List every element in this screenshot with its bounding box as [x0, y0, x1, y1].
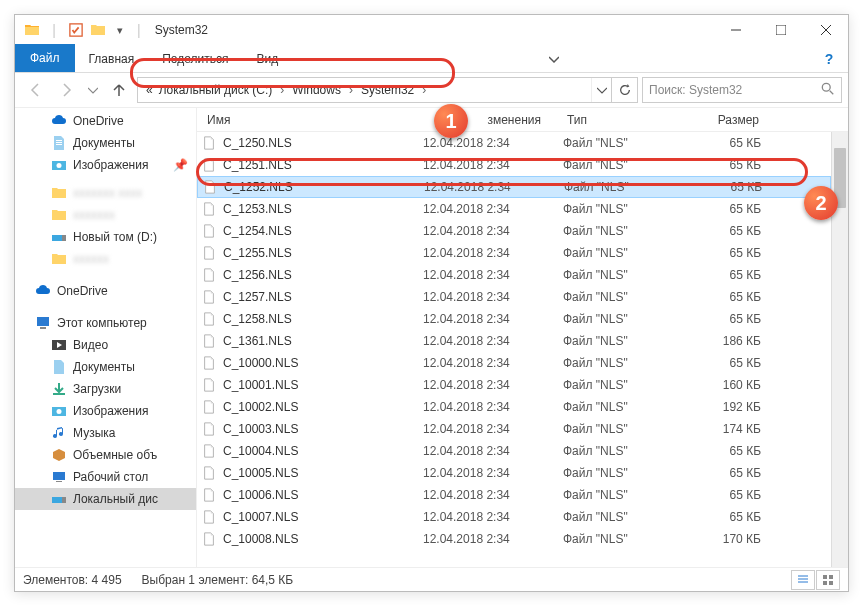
file-icon — [201, 201, 217, 217]
file-name: C_1253.NLS — [223, 202, 423, 216]
file-icon — [201, 443, 217, 459]
sidebar-video[interactable]: Видео — [15, 334, 196, 356]
file-type: Файл "NLS" — [564, 180, 684, 194]
search-input[interactable] — [649, 83, 821, 97]
file-row[interactable]: C_1258.NLS 12.04.2018 2:34 Файл "NLS" 65… — [197, 308, 831, 330]
col-date[interactable]: зменения — [421, 113, 561, 127]
file-row[interactable]: C_1250.NLS 12.04.2018 2:34 Файл "NLS" 65… — [197, 132, 831, 154]
file-row[interactable]: C_10004.NLS 12.04.2018 2:34 Файл "NLS" 6… — [197, 440, 831, 462]
file-type: Файл "NLS" — [563, 532, 683, 546]
col-type[interactable]: Тип — [561, 113, 681, 127]
chevron-right-icon[interactable]: › — [345, 83, 357, 97]
sidebar-new-volume[interactable]: Новый том (D:) — [15, 226, 196, 248]
sidebar-blur-1[interactable]: xxxxxxx xxxx — [15, 182, 196, 204]
file-row[interactable]: C_10001.NLS 12.04.2018 2:34 Файл "NLS" 1… — [197, 374, 831, 396]
file-row[interactable]: C_10003.NLS 12.04.2018 2:34 Файл "NLS" 1… — [197, 418, 831, 440]
ribbon-expand-icon[interactable] — [541, 46, 567, 72]
svg-rect-18 — [56, 481, 62, 482]
addressbar-dropdown[interactable] — [591, 78, 611, 102]
minimize-button[interactable] — [713, 16, 758, 45]
col-size[interactable]: Размер — [681, 113, 769, 127]
file-row[interactable]: C_1251.NLS 12.04.2018 2:34 Файл "NLS" 65… — [197, 154, 831, 176]
sidebar-music[interactable]: Музыка — [15, 422, 196, 444]
file-row[interactable]: C_1255.NLS 12.04.2018 2:34 Файл "NLS" 65… — [197, 242, 831, 264]
view-thumbnails-button[interactable] — [816, 570, 840, 590]
file-name: C_10003.NLS — [223, 422, 423, 436]
file-icon — [201, 223, 217, 239]
file-name: C_1256.NLS — [223, 268, 423, 282]
sidebar-local-disk[interactable]: Локальный дис — [15, 488, 196, 510]
refresh-button[interactable] — [611, 78, 637, 102]
chevron-right-icon[interactable]: › — [418, 83, 430, 97]
file-row[interactable]: C_10005.NLS 12.04.2018 2:34 Файл "NLS" 6… — [197, 462, 831, 484]
qat-dropdown-icon[interactable]: ▾ — [111, 21, 129, 39]
tab-share[interactable]: Поделиться — [148, 46, 242, 72]
file-size: 65 КБ — [683, 488, 771, 502]
file-row[interactable]: C_10000.NLS 12.04.2018 2:34 Файл "NLS" 6… — [197, 352, 831, 374]
file-row[interactable]: C_1256.NLS 12.04.2018 2:34 Файл "NLS" 65… — [197, 264, 831, 286]
view-details-button[interactable] — [791, 570, 815, 590]
sidebar-images-2[interactable]: Изображения — [15, 400, 196, 422]
file-row[interactable]: C_1252.NLS 12.04.2018 2:34 Файл "NLS" 65… — [197, 176, 831, 198]
sidebar-images-1[interactable]: Изображения📌 — [15, 154, 196, 176]
sidebar-3d-objects[interactable]: Объемные объ — [15, 444, 196, 466]
tab-home[interactable]: Главная — [75, 46, 149, 72]
sidebar-desktop[interactable]: Рабочий стол — [15, 466, 196, 488]
file-type: Файл "NLS" — [563, 422, 683, 436]
close-button[interactable] — [803, 16, 848, 45]
tab-file[interactable]: Файл — [15, 44, 75, 72]
tab-view[interactable]: Вид — [242, 46, 292, 72]
file-name: C_10007.NLS — [223, 510, 423, 524]
file-row[interactable]: C_10006.NLS 12.04.2018 2:34 Файл "NLS" 6… — [197, 484, 831, 506]
nav-forward-button[interactable] — [53, 76, 81, 104]
file-icon — [201, 267, 217, 283]
col-name[interactable]: Имя — [201, 113, 421, 127]
sidebar-blur-2[interactable]: xxxxxxx — [15, 204, 196, 226]
folder-icon — [51, 185, 67, 201]
file-icon — [201, 487, 217, 503]
file-row[interactable]: C_1257.NLS 12.04.2018 2:34 Файл "NLS" 65… — [197, 286, 831, 308]
file-row[interactable]: C_1254.NLS 12.04.2018 2:34 Файл "NLS" 65… — [197, 220, 831, 242]
file-row[interactable]: C_10002.NLS 12.04.2018 2:34 Файл "NLS" 1… — [197, 396, 831, 418]
check-icon[interactable] — [67, 21, 85, 39]
qat-sep: | — [45, 21, 63, 39]
nav-recent-dropdown[interactable] — [85, 76, 101, 104]
sidebar-this-pc[interactable]: Этот компьютер — [15, 312, 196, 334]
chevron-right-icon[interactable]: › — [276, 83, 288, 97]
file-type: Файл "NLS" — [563, 488, 683, 502]
search-icon[interactable] — [821, 82, 835, 99]
file-row[interactable]: C_1361.NLS 12.04.2018 2:34 Файл "NLS" 18… — [197, 330, 831, 352]
file-icon — [201, 311, 217, 327]
help-icon[interactable]: ? — [816, 46, 842, 72]
vertical-scrollbar[interactable] — [831, 132, 848, 567]
file-icon — [201, 333, 217, 349]
file-date: 12.04.2018 2:34 — [423, 510, 563, 524]
file-row[interactable]: C_10008.NLS 12.04.2018 2:34 Файл "NLS" 1… — [197, 528, 831, 550]
scroll-thumb[interactable] — [834, 148, 846, 208]
nav-back-button[interactable] — [21, 76, 49, 104]
sidebar-onedrive-1[interactable]: OneDrive — [15, 110, 196, 132]
breadcrumb-seg-1[interactable]: Локальный диск (C:) — [157, 83, 275, 97]
file-row[interactable]: C_1253.NLS 12.04.2018 2:34 Файл "NLS" 65… — [197, 198, 831, 220]
file-name: C_10005.NLS — [223, 466, 423, 480]
sidebar-onedrive-2[interactable]: OneDrive — [15, 280, 196, 302]
file-row[interactable]: C_10007.NLS 12.04.2018 2:34 Файл "NLS" 6… — [197, 506, 831, 528]
sidebar-blur-3[interactable]: xxxxxx — [15, 248, 196, 270]
folder-icon — [23, 21, 41, 39]
sidebar-documents[interactable]: Документы — [15, 132, 196, 154]
file-name: C_10002.NLS — [223, 400, 423, 414]
cube-icon — [51, 447, 67, 463]
sidebar-downloads[interactable]: Загрузки — [15, 378, 196, 400]
address-bar[interactable]: « Локальный диск (C:) › Windows › System… — [137, 77, 638, 103]
file-size: 186 КБ — [683, 334, 771, 348]
nav-up-button[interactable] — [105, 76, 133, 104]
sidebar-documents-2[interactable]: Документы — [15, 356, 196, 378]
maximize-button[interactable] — [758, 16, 803, 45]
breadcrumb-seg-3[interactable]: System32 — [359, 83, 416, 97]
file-icon — [201, 377, 217, 393]
folder-small-icon[interactable] — [89, 21, 107, 39]
breadcrumb-seg-2[interactable]: Windows — [290, 83, 343, 97]
status-selection: Выбран 1 элемент: 64,5 КБ — [142, 573, 294, 587]
file-date: 12.04.2018 2:34 — [423, 246, 563, 260]
search-box[interactable] — [642, 77, 842, 103]
